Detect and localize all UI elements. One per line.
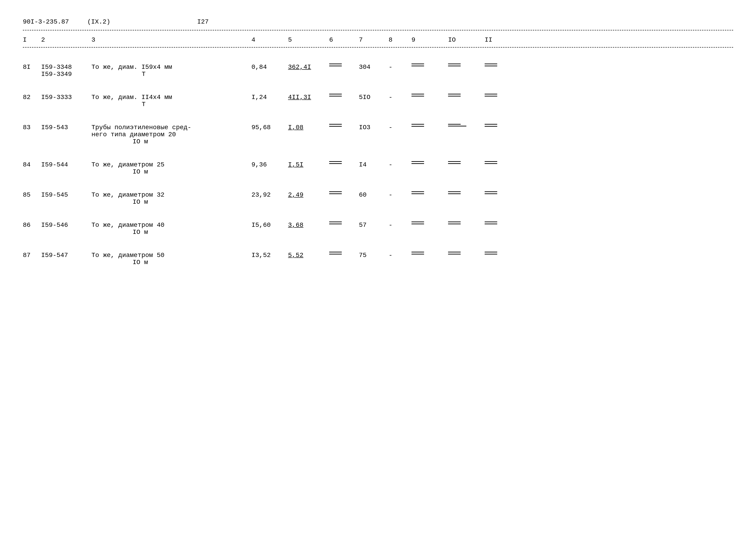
table-row: 87 I59-547 То же, диаметром 50 IO м I3,5… bbox=[23, 242, 733, 273]
row-num: 82 bbox=[23, 94, 41, 101]
row-col8: - bbox=[389, 252, 412, 259]
row-desc: То же, диаметром 32 IO м bbox=[91, 191, 251, 205]
col-header-1: I bbox=[23, 36, 41, 44]
row-col5: 362,4I bbox=[288, 64, 329, 70]
row-code: I59-544 bbox=[41, 161, 91, 168]
row-col10 bbox=[448, 64, 485, 66]
row-col6 bbox=[329, 161, 359, 164]
row-col9 bbox=[412, 124, 448, 127]
row-desc: То же, диаметром 25 IO м bbox=[91, 161, 251, 175]
row-col6 bbox=[329, 221, 359, 224]
row-num: 8I bbox=[23, 64, 41, 70]
row-col4: 95,68 bbox=[251, 124, 288, 131]
row-col9 bbox=[412, 64, 448, 66]
table-row: 8I I59-3348 I59-3349 То же, диам. I59х4 … bbox=[23, 52, 733, 84]
row-col9 bbox=[412, 94, 448, 96]
row-col4: 0,84 bbox=[251, 64, 288, 70]
row-col11 bbox=[485, 191, 521, 194]
top-separator bbox=[23, 30, 733, 30]
table-row: 86 I59-546 То же, диаметром 40 IO м I5,6… bbox=[23, 212, 733, 242]
row-col11 bbox=[485, 252, 521, 254]
col-header-7: 7 bbox=[359, 36, 389, 44]
row-col9 bbox=[412, 252, 448, 254]
table-row: 84 I59-544 То же, диаметром 25 IO м 9,36… bbox=[23, 152, 733, 182]
row-col7: I4 bbox=[359, 161, 389, 168]
row-col9 bbox=[412, 161, 448, 164]
row-col7: 75 bbox=[359, 252, 389, 259]
row-desc: То же, диаметром 50 IO м bbox=[91, 252, 251, 266]
row-col9 bbox=[412, 221, 448, 224]
row-col8: - bbox=[389, 161, 412, 168]
row-col11 bbox=[485, 124, 521, 127]
row-col6 bbox=[329, 252, 359, 254]
row-num: 84 bbox=[23, 161, 41, 168]
row-col5: I,08 bbox=[288, 124, 329, 131]
row-col7: 304 bbox=[359, 64, 389, 70]
row-col4: I3,52 bbox=[251, 252, 288, 259]
row-col11 bbox=[485, 221, 521, 224]
col-header-8: 8 bbox=[389, 36, 412, 44]
row-col10 bbox=[448, 94, 485, 96]
row-col4: 23,92 bbox=[251, 191, 288, 199]
row-col11 bbox=[485, 161, 521, 164]
row-col8: - bbox=[389, 124, 412, 131]
row-col4: I,24 bbox=[251, 94, 288, 101]
row-col5: 2,49 bbox=[288, 191, 329, 199]
row-code: I59-543 bbox=[41, 124, 91, 131]
col-header-10: IO bbox=[448, 36, 485, 44]
row-col10 bbox=[448, 221, 485, 224]
row-col11 bbox=[485, 94, 521, 96]
row-col10 bbox=[448, 252, 485, 254]
row-desc: То же, диаметром 40 IO м bbox=[91, 221, 251, 236]
row-col6 bbox=[329, 191, 359, 194]
row-num: 83 bbox=[23, 124, 41, 131]
table-body: 8I I59-3348 I59-3349 То же, диам. I59х4 … bbox=[23, 52, 733, 273]
row-desc: Трубы полиэтиленовые сред- него типа диа… bbox=[91, 124, 251, 145]
col-header-6: 6 bbox=[329, 36, 359, 44]
row-col8: - bbox=[389, 191, 412, 199]
row-desc: То же, диам. I59х4 мм T bbox=[91, 64, 251, 78]
row-code: I59-545 bbox=[41, 191, 91, 199]
column-headers: I 2 3 4 5 6 7 8 9 IO II bbox=[23, 33, 733, 48]
row-col4: 9,36 bbox=[251, 161, 288, 168]
row-col7: IO3 bbox=[359, 124, 389, 131]
row-col7: 5IO bbox=[359, 94, 389, 101]
row-num: 87 bbox=[23, 252, 41, 259]
col-header-4: 4 bbox=[251, 36, 288, 44]
header-left: 90I-3-235.87 bbox=[23, 18, 69, 25]
col-header-11: II bbox=[485, 36, 521, 44]
row-col5: 5,52 bbox=[288, 252, 329, 259]
row-col6 bbox=[329, 94, 359, 96]
row-col8: - bbox=[389, 64, 412, 70]
row-num: 85 bbox=[23, 191, 41, 199]
header-center: (IX.2) bbox=[87, 18, 110, 25]
row-col10 bbox=[448, 124, 485, 126]
row-col11 bbox=[485, 64, 521, 66]
row-col8: - bbox=[389, 94, 412, 101]
header: 90I-3-235.87 (IX.2) I27 bbox=[23, 18, 733, 25]
col-header-5: 5 bbox=[288, 36, 329, 44]
table-row: 82 I59-3333 То же, диам. II4х4 мм T I,24… bbox=[23, 84, 733, 115]
table-row: 83 I59-543 Трубы полиэтиленовые сред- не… bbox=[23, 115, 733, 152]
table-row: 85 I59-545 То же, диаметром 32 IO м 23,9… bbox=[23, 182, 733, 212]
row-col5: I,5I bbox=[288, 161, 329, 168]
row-col6 bbox=[329, 64, 359, 66]
row-col5: 4II,3I bbox=[288, 94, 329, 101]
col-header-2: 2 bbox=[41, 36, 91, 44]
row-code: I59-3348 I59-3349 bbox=[41, 64, 91, 78]
row-code: I59-3333 bbox=[41, 94, 91, 101]
row-col7: 57 bbox=[359, 221, 389, 229]
row-col5: 3,68 bbox=[288, 221, 329, 229]
row-col6 bbox=[329, 124, 359, 127]
row-desc: То же, диам. II4х4 мм T bbox=[91, 94, 251, 108]
row-num: 86 bbox=[23, 221, 41, 229]
row-col9 bbox=[412, 191, 448, 194]
header-right: I27 bbox=[197, 18, 208, 25]
row-code: I59-547 bbox=[41, 252, 91, 259]
row-col8: - bbox=[389, 221, 412, 229]
row-code: I59-546 bbox=[41, 221, 91, 229]
col-header-3: 3 bbox=[91, 36, 251, 44]
row-col10 bbox=[448, 161, 485, 164]
row-col10 bbox=[448, 191, 485, 194]
col-header-9: 9 bbox=[412, 36, 448, 44]
